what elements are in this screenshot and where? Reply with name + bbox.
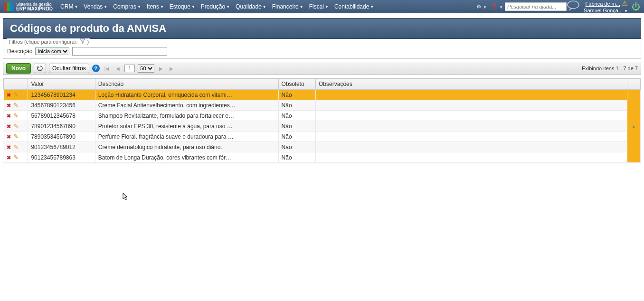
table-row[interactable]: ✖ ✎34567890123456Creme Facial Antienvelh… (4, 100, 641, 111)
grid-toolbar: Novo Ocultar filtros ? |◀ ◀ 50 ▶ ▶| Exib… (3, 62, 641, 75)
svg-rect-0 (4, 2, 7, 11)
cell-obsoleto: Não (278, 142, 315, 152)
help-menu-icon[interactable]: ❓ ▼ (491, 3, 503, 10)
scrollbar-up-icon[interactable]: ▲ (627, 90, 640, 163)
cell-valor: 12345678901234 (28, 90, 95, 100)
cell-descricao: Loção Hidratante Corporal, enriquecida c… (95, 90, 278, 100)
column-header-scroll (627, 79, 640, 90)
cell-obsoleto: Não (278, 121, 315, 132)
column-header-descricao[interactable]: Descrição (95, 79, 278, 90)
table-row[interactable]: ✖ ✎90123456789863Batom de Longa Duração,… (4, 152, 641, 163)
table-row[interactable]: ✖ ✎78903534567890Perfume Floral, fragrân… (4, 132, 641, 142)
pager-next-icon[interactable]: ▶ (157, 66, 165, 71)
pager-prev-icon[interactable]: ◀ (114, 66, 122, 71)
edit-icon[interactable]: ✎ (13, 143, 19, 150)
help-search-input[interactable] (505, 2, 567, 11)
column-header-obsoleto[interactable]: Obsoleto (278, 79, 315, 90)
system-name: ERP MAXIPROD (16, 6, 53, 11)
edit-icon[interactable]: ✎ (13, 122, 19, 130)
main-menu: CRM ▼Vendas ▼Compras ▼Itens ▼Estoque ▼Pr… (58, 2, 474, 11)
delete-icon[interactable]: ✖ (7, 113, 11, 119)
menu-itens[interactable]: Itens ▼ (145, 2, 166, 11)
cell-descricao: Batom de Longa Duração, cores vibrantes … (95, 152, 278, 163)
cell-descricao: Perfume Floral, fragrância suave e durad… (95, 132, 278, 142)
table-row[interactable]: ✖ ✎56789012345678Shampoo Revitalizante, … (4, 111, 641, 121)
new-button[interactable]: Novo (6, 63, 31, 74)
edit-icon[interactable]: ✎ (13, 154, 19, 161)
cell-observacoes (316, 132, 627, 142)
cell-descricao: Creme Facial Antienvelhecimento, com ing… (95, 100, 278, 111)
menu-fiscal[interactable]: Fiscal ▼ (307, 2, 331, 11)
cell-valor: 34567890123456 (28, 100, 95, 111)
cell-observacoes (316, 100, 627, 111)
cell-observacoes (316, 111, 627, 121)
cell-valor: 56789012345678 (28, 111, 95, 121)
refresh-button[interactable] (34, 64, 46, 73)
table-row[interactable]: ✖ ✎12345678901234Loção Hidratante Corpor… (4, 90, 641, 100)
top-menu-bar: Sistema de gestão ERP MAXIPROD CRM ▼Vend… (0, 0, 644, 13)
power-icon[interactable]: ⏻ (632, 2, 640, 12)
delete-icon[interactable]: ✖ (7, 103, 11, 108)
cell-valor: 90123456789863 (28, 152, 95, 163)
account-info[interactable]: Fábrica de m... ⚠ Samuel Gonça... ▼ (584, 0, 628, 14)
cell-observacoes (316, 90, 627, 100)
cell-observacoes (316, 142, 627, 152)
cell-descricao: Creme dermatológico hidratante, para uso… (95, 142, 278, 152)
data-grid: Valor Descrição Obsoleto Observações ✖ ✎… (3, 78, 641, 163)
menu-produção[interactable]: Produção ▼ (199, 2, 232, 11)
filter-value-input[interactable] (72, 47, 167, 56)
menu-contabilidade[interactable]: Contabilidade ▼ (332, 2, 376, 11)
pager-first-icon[interactable]: |◀ (103, 66, 112, 71)
company-name: Fábrica de m... (586, 1, 620, 7)
delete-icon[interactable]: ✖ (7, 155, 11, 160)
warning-icon: ⚠ (622, 0, 628, 7)
filters-legend[interactable]: Filtros (clique para configurar: ) (7, 38, 90, 45)
filter-field-label: Descrição (7, 48, 32, 55)
filter-operator-select[interactable]: Inicia com (35, 47, 69, 55)
delete-icon[interactable]: ✖ (7, 92, 11, 98)
pager-last-icon[interactable]: ▶| (168, 66, 177, 71)
svg-rect-1 (7, 2, 10, 11)
table-row[interactable]: ✖ ✎78901234567890Protetor solar FPS 30, … (4, 121, 641, 132)
menu-vendas[interactable]: Vendas ▼ (82, 2, 109, 11)
edit-icon[interactable]: ✎ (13, 133, 19, 140)
cell-descricao: Protetor solar FPS 30, resistente à água… (95, 121, 278, 132)
table-row[interactable]: ✖ ✎90123456789012Creme dermatológico hid… (4, 142, 641, 152)
hide-filters-button[interactable]: Ocultar filtros (49, 64, 89, 73)
chat-icon[interactable] (567, 0, 580, 13)
help-icon[interactable]: ? (92, 65, 100, 72)
cell-valor: 78901234567890 (28, 121, 95, 132)
column-header-valor[interactable]: Valor (28, 79, 95, 90)
page-size-select[interactable]: 50 (138, 64, 154, 73)
cell-observacoes (316, 152, 627, 163)
menu-estoque[interactable]: Estoque ▼ (168, 2, 197, 11)
edit-icon[interactable]: ✎ (13, 102, 19, 109)
column-header-observacoes[interactable]: Observações (316, 79, 627, 90)
page-number-input[interactable] (124, 65, 135, 72)
svg-point-3 (568, 1, 579, 9)
cell-descricao: Shampoo Revitalizante, formulado para fo… (95, 111, 278, 121)
cell-obsoleto: Não (278, 90, 315, 100)
item-count-label: Exibindo itens 1 - 7 de 7 (582, 66, 638, 71)
menu-financeiro[interactable]: Financeiro ▼ (270, 2, 305, 11)
app-logo: Sistema de gestão ERP MAXIPROD (4, 2, 53, 11)
edit-icon[interactable]: ✎ (13, 91, 19, 98)
menu-crm[interactable]: CRM ▼ (58, 2, 80, 11)
delete-icon[interactable]: ✖ (7, 134, 11, 140)
gear-icon[interactable]: ⚙ ▼ (476, 3, 487, 10)
cell-obsoleto: Não (278, 132, 315, 142)
cell-valor: 78903534567890 (28, 132, 95, 142)
user-name: Samuel Gonça... (584, 8, 623, 13)
page-title: Códigos de produto da ANVISA (3, 18, 641, 39)
delete-icon[interactable]: ✖ (7, 123, 11, 129)
cell-obsoleto: Não (278, 100, 315, 111)
delete-icon[interactable]: ✖ (7, 144, 11, 150)
column-header-actions (4, 79, 28, 90)
cell-valor: 90123456789012 (28, 142, 95, 152)
svg-rect-2 (10, 2, 14, 11)
cell-observacoes (316, 121, 627, 132)
menu-compras[interactable]: Compras ▼ (111, 2, 143, 11)
menu-qualidade[interactable]: Qualidade ▼ (234, 2, 268, 11)
edit-icon[interactable]: ✎ (13, 112, 19, 119)
filter-icon (80, 38, 85, 45)
